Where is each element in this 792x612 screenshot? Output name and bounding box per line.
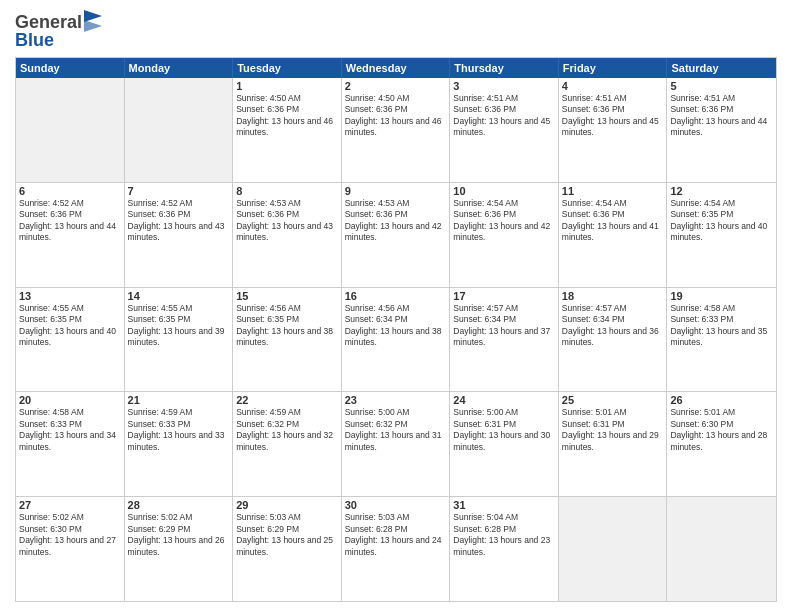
weekday-header-wednesday: Wednesday [342,58,451,78]
calendar-body: 1Sunrise: 4:50 AM Sunset: 6:36 PM Daylig… [16,78,776,601]
calendar-row-3: 13Sunrise: 4:55 AM Sunset: 6:35 PM Dayli… [16,287,776,392]
calendar-cell-day-24: 24Sunrise: 5:00 AM Sunset: 6:31 PM Dayli… [450,392,559,496]
day-number: 6 [19,185,121,197]
weekday-header-saturday: Saturday [667,58,776,78]
calendar-cell-day-21: 21Sunrise: 4:59 AM Sunset: 6:33 PM Dayli… [125,392,234,496]
day-number: 2 [345,80,447,92]
cell-info: Sunrise: 5:02 AM Sunset: 6:29 PM Dayligh… [128,512,230,558]
calendar-cell-empty [559,497,668,601]
cell-info: Sunrise: 4:55 AM Sunset: 6:35 PM Dayligh… [128,303,230,349]
weekday-header-sunday: Sunday [16,58,125,78]
cell-info: Sunrise: 4:56 AM Sunset: 6:35 PM Dayligh… [236,303,338,349]
calendar-row-2: 6Sunrise: 4:52 AM Sunset: 6:36 PM Daylig… [16,182,776,287]
calendar-cell-day-2: 2Sunrise: 4:50 AM Sunset: 6:36 PM Daylig… [342,78,451,182]
day-number: 8 [236,185,338,197]
day-number: 29 [236,499,338,511]
cell-info: Sunrise: 4:57 AM Sunset: 6:34 PM Dayligh… [562,303,664,349]
cell-info: Sunrise: 5:03 AM Sunset: 6:29 PM Dayligh… [236,512,338,558]
calendar-cell-day-22: 22Sunrise: 4:59 AM Sunset: 6:32 PM Dayli… [233,392,342,496]
cell-info: Sunrise: 4:52 AM Sunset: 6:36 PM Dayligh… [128,198,230,244]
calendar-cell-day-3: 3Sunrise: 4:51 AM Sunset: 6:36 PM Daylig… [450,78,559,182]
weekday-header-tuesday: Tuesday [233,58,342,78]
day-number: 23 [345,394,447,406]
weekday-header-monday: Monday [125,58,234,78]
cell-info: Sunrise: 4:51 AM Sunset: 6:36 PM Dayligh… [562,93,664,139]
day-number: 27 [19,499,121,511]
cell-info: Sunrise: 4:54 AM Sunset: 6:36 PM Dayligh… [453,198,555,244]
cell-info: Sunrise: 5:04 AM Sunset: 6:28 PM Dayligh… [453,512,555,558]
calendar-cell-day-16: 16Sunrise: 4:56 AM Sunset: 6:34 PM Dayli… [342,288,451,392]
calendar-cell-day-17: 17Sunrise: 4:57 AM Sunset: 6:34 PM Dayli… [450,288,559,392]
day-number: 13 [19,290,121,302]
weekday-header-thursday: Thursday [450,58,559,78]
calendar-cell-day-30: 30Sunrise: 5:03 AM Sunset: 6:28 PM Dayli… [342,497,451,601]
calendar-cell-day-19: 19Sunrise: 4:58 AM Sunset: 6:33 PM Dayli… [667,288,776,392]
cell-info: Sunrise: 5:01 AM Sunset: 6:31 PM Dayligh… [562,407,664,453]
calendar-cell-day-23: 23Sunrise: 5:00 AM Sunset: 6:32 PM Dayli… [342,392,451,496]
logo-flag-icon [84,10,102,32]
day-number: 15 [236,290,338,302]
day-number: 26 [670,394,773,406]
calendar: SundayMondayTuesdayWednesdayThursdayFrid… [15,57,777,602]
cell-info: Sunrise: 4:58 AM Sunset: 6:33 PM Dayligh… [19,407,121,453]
calendar-cell-day-1: 1Sunrise: 4:50 AM Sunset: 6:36 PM Daylig… [233,78,342,182]
day-number: 22 [236,394,338,406]
calendar-cell-day-25: 25Sunrise: 5:01 AM Sunset: 6:31 PM Dayli… [559,392,668,496]
cell-info: Sunrise: 4:53 AM Sunset: 6:36 PM Dayligh… [236,198,338,244]
calendar-row-5: 27Sunrise: 5:02 AM Sunset: 6:30 PM Dayli… [16,496,776,601]
day-number: 14 [128,290,230,302]
calendar-cell-day-9: 9Sunrise: 4:53 AM Sunset: 6:36 PM Daylig… [342,183,451,287]
day-number: 31 [453,499,555,511]
day-number: 10 [453,185,555,197]
calendar-cell-day-5: 5Sunrise: 4:51 AM Sunset: 6:36 PM Daylig… [667,78,776,182]
calendar-cell-empty [125,78,234,182]
calendar-cell-empty [16,78,125,182]
cell-info: Sunrise: 5:02 AM Sunset: 6:30 PM Dayligh… [19,512,121,558]
calendar-cell-day-27: 27Sunrise: 5:02 AM Sunset: 6:30 PM Dayli… [16,497,125,601]
calendar-cell-day-8: 8Sunrise: 4:53 AM Sunset: 6:36 PM Daylig… [233,183,342,287]
svg-marker-1 [84,20,102,32]
cell-info: Sunrise: 4:52 AM Sunset: 6:36 PM Dayligh… [19,198,121,244]
calendar-page: General Blue SundayMondayTuesdayWednesda… [0,0,792,612]
day-number: 7 [128,185,230,197]
day-number: 12 [670,185,773,197]
day-number: 25 [562,394,664,406]
cell-info: Sunrise: 4:50 AM Sunset: 6:36 PM Dayligh… [236,93,338,139]
cell-info: Sunrise: 4:57 AM Sunset: 6:34 PM Dayligh… [453,303,555,349]
cell-info: Sunrise: 5:00 AM Sunset: 6:31 PM Dayligh… [453,407,555,453]
cell-info: Sunrise: 4:51 AM Sunset: 6:36 PM Dayligh… [453,93,555,139]
day-number: 28 [128,499,230,511]
day-number: 18 [562,290,664,302]
cell-info: Sunrise: 4:56 AM Sunset: 6:34 PM Dayligh… [345,303,447,349]
logo-blue-text: Blue [15,30,102,51]
cell-info: Sunrise: 5:00 AM Sunset: 6:32 PM Dayligh… [345,407,447,453]
day-number: 3 [453,80,555,92]
cell-info: Sunrise: 5:01 AM Sunset: 6:30 PM Dayligh… [670,407,773,453]
logo: General Blue [15,10,102,51]
calendar-cell-day-7: 7Sunrise: 4:52 AM Sunset: 6:36 PM Daylig… [125,183,234,287]
day-number: 9 [345,185,447,197]
calendar-cell-day-18: 18Sunrise: 4:57 AM Sunset: 6:34 PM Dayli… [559,288,668,392]
calendar-cell-day-26: 26Sunrise: 5:01 AM Sunset: 6:30 PM Dayli… [667,392,776,496]
calendar-cell-day-14: 14Sunrise: 4:55 AM Sunset: 6:35 PM Dayli… [125,288,234,392]
day-number: 4 [562,80,664,92]
day-number: 16 [345,290,447,302]
calendar-cell-day-20: 20Sunrise: 4:58 AM Sunset: 6:33 PM Dayli… [16,392,125,496]
calendar-cell-day-10: 10Sunrise: 4:54 AM Sunset: 6:36 PM Dayli… [450,183,559,287]
calendar-cell-day-11: 11Sunrise: 4:54 AM Sunset: 6:36 PM Dayli… [559,183,668,287]
weekday-header-friday: Friday [559,58,668,78]
calendar-row-4: 20Sunrise: 4:58 AM Sunset: 6:33 PM Dayli… [16,391,776,496]
calendar-row-1: 1Sunrise: 4:50 AM Sunset: 6:36 PM Daylig… [16,78,776,182]
cell-info: Sunrise: 4:55 AM Sunset: 6:35 PM Dayligh… [19,303,121,349]
cell-info: Sunrise: 5:03 AM Sunset: 6:28 PM Dayligh… [345,512,447,558]
cell-info: Sunrise: 4:59 AM Sunset: 6:32 PM Dayligh… [236,407,338,453]
header: General Blue [15,10,777,51]
day-number: 30 [345,499,447,511]
calendar-cell-day-6: 6Sunrise: 4:52 AM Sunset: 6:36 PM Daylig… [16,183,125,287]
calendar-cell-day-13: 13Sunrise: 4:55 AM Sunset: 6:35 PM Dayli… [16,288,125,392]
cell-info: Sunrise: 4:54 AM Sunset: 6:36 PM Dayligh… [562,198,664,244]
day-number: 19 [670,290,773,302]
day-number: 17 [453,290,555,302]
calendar-cell-day-29: 29Sunrise: 5:03 AM Sunset: 6:29 PM Dayli… [233,497,342,601]
calendar-cell-day-4: 4Sunrise: 4:51 AM Sunset: 6:36 PM Daylig… [559,78,668,182]
